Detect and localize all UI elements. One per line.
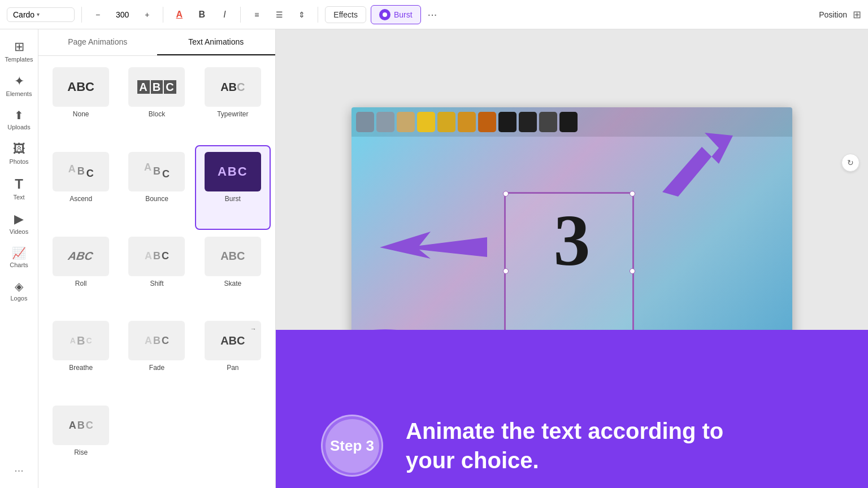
handle-middle-right[interactable] <box>630 268 635 274</box>
film-hole <box>356 342 374 363</box>
handle-top-left[interactable] <box>503 191 509 197</box>
anim-ascend[interactable]: A B C Ascend <box>43 145 119 230</box>
increase-font-size-button[interactable]: + <box>138 6 156 24</box>
timeline-slide-1[interactable]: 3 <box>291 463 331 486</box>
anim-breathe[interactable]: A B C Breathe <box>43 314 119 399</box>
burst-button[interactable]: Burst <box>371 5 421 24</box>
sidebar-item-photos[interactable]: 🖼 Photos <box>2 137 36 169</box>
anim-burst[interactable]: ABC Burst <box>195 145 271 230</box>
text-color-a-icon: A <box>176 10 183 20</box>
block-abc-text: ABC <box>137 81 176 94</box>
charts-icon: 📈 <box>12 246 26 260</box>
none-label: None <box>73 110 89 118</box>
anim-shift[interactable]: A B C Shift <box>119 230 194 315</box>
bold-button[interactable]: B <box>193 6 211 24</box>
divider-4 <box>318 7 318 23</box>
videos-icon: ▶ <box>14 212 24 226</box>
anim-none[interactable]: ABC None <box>43 60 119 145</box>
uploads-icon: ⬆ <box>14 108 24 122</box>
pan-label: Pan <box>227 364 238 372</box>
sidebar-item-templates[interactable]: ⊞ Templates <box>2 35 36 67</box>
roll-label: Roll <box>75 280 87 287</box>
purple-arrow-left-icon <box>374 226 487 271</box>
anim-block-preview: ABC <box>128 67 185 107</box>
templates-label: Templates <box>5 56 33 63</box>
canvas-number[interactable]: 3 <box>518 203 626 277</box>
timeline: ◀ 3 <box>276 460 868 488</box>
anim-rise[interactable]: A B C Rise <box>43 399 119 483</box>
anim-bounce[interactable]: A B C Bounce <box>119 145 194 230</box>
sidebar-item-text[interactable]: T Text <box>2 172 36 205</box>
templates-icon: ⊞ <box>14 40 24 54</box>
anim-skate[interactable]: ABC Skate <box>195 230 271 315</box>
line-spacing-button[interactable]: ⇕ <box>293 6 311 24</box>
sidebar-item-charts[interactable]: 📈 Charts <box>2 242 36 273</box>
handle-top-right[interactable] <box>630 191 635 197</box>
anim-block[interactable]: ABC Block <box>119 60 194 145</box>
handle-bottom-left[interactable] <box>503 346 509 351</box>
tab-text-animations[interactable]: Text Animations <box>157 29 276 55</box>
film-hole <box>539 112 557 132</box>
film-canvas: 3 ⊕ <box>351 107 792 367</box>
move-cursor-icon: ⊕ <box>572 345 579 355</box>
elements-label: Elements <box>6 90 32 97</box>
decrease-font-size-button[interactable]: − <box>89 6 107 24</box>
anim-pan[interactable]: ABC → Pan <box>195 314 271 399</box>
divider-2 <box>163 7 163 23</box>
slide-1-number: 3 <box>308 468 314 480</box>
toolbar: Cardo ▾ − 300 + A B I ≡ ☰ ⇕ Effects Burs… <box>0 0 868 29</box>
position-button[interactable]: Position <box>819 10 847 19</box>
charts-label: Charts <box>10 262 28 268</box>
rise-label: Rise <box>74 448 88 456</box>
burst-label-grid: Burst <box>225 195 241 203</box>
sidebar-item-logos[interactable]: ◈ Logos <box>2 275 36 306</box>
elements-icon: ✦ <box>14 74 24 89</box>
canvas-area: 3 ⊕ ↻ ⌄ ◀ 3 <box>276 29 868 488</box>
breathe-label: Breathe <box>69 364 93 372</box>
text-color-button[interactable]: A <box>170 6 188 24</box>
animations-tabs: Page Animations Text Animations <box>38 29 275 56</box>
divider-3 <box>240 7 241 23</box>
anim-typewriter-preview: ABC <box>205 67 261 107</box>
effects-button[interactable]: Effects <box>325 6 366 23</box>
align-button[interactable]: ≡ <box>248 6 266 24</box>
film-hole <box>458 112 476 132</box>
refresh-button[interactable]: ↻ <box>841 154 860 172</box>
photos-label: Photos <box>9 158 28 165</box>
grid-icon[interactable]: ⊞ <box>853 8 861 21</box>
anim-roll-preview: ABC <box>53 237 109 276</box>
anim-bounce-preview: A B C <box>128 152 185 191</box>
anim-roll[interactable]: ABC Roll <box>43 230 119 315</box>
canvas-wrapper: 3 ⊕ ↻ <box>276 29 868 445</box>
sidebar-item-videos[interactable]: ▶ Videos <box>2 207 36 239</box>
burst-label: Burst <box>394 10 413 19</box>
tab-page-animations[interactable]: Page Animations <box>38 29 157 55</box>
anim-fade-preview: A B C <box>128 321 185 360</box>
anim-typewriter[interactable]: ABC Typewriter <box>195 60 271 145</box>
font-size-value: 300 <box>111 10 133 19</box>
sidebar-more-button[interactable]: ··· <box>8 458 29 482</box>
animations-panel: Page Animations Text Animations ABC None… <box>38 29 276 488</box>
more-options-button[interactable]: ··· <box>428 8 437 21</box>
timeline-slide-2[interactable] <box>335 463 375 486</box>
list-button[interactable]: ☰ <box>270 6 288 24</box>
handle-bottom-right[interactable] <box>630 346 635 351</box>
sidebar-item-elements[interactable]: ✦ Elements <box>2 69 36 102</box>
purple-arrow-top-icon <box>645 130 736 203</box>
text-icon: T <box>15 176 23 192</box>
burst-circle-icon <box>379 9 390 20</box>
italic-button[interactable]: I <box>215 6 233 24</box>
film-hole <box>559 112 578 132</box>
scroll-down-icon[interactable]: ⌄ <box>568 447 576 457</box>
anim-fade[interactable]: A B C Fade <box>119 314 194 399</box>
ascend-label: Ascend <box>70 195 92 203</box>
sidebar-item-uploads[interactable]: ⬆ Uploads <box>2 104 36 135</box>
sidebar: ⊞ Templates ✦ Elements ⬆ Uploads 🖼 Photo… <box>0 29 38 488</box>
timeline-arrow-left[interactable]: ◀ <box>280 470 287 479</box>
main-layout: ⊞ Templates ✦ Elements ⬆ Uploads 🖼 Photo… <box>0 29 868 488</box>
anim-pan-preview: ABC → <box>205 321 261 360</box>
handle-middle-left[interactable] <box>503 268 509 274</box>
logos-icon: ◈ <box>15 280 23 293</box>
font-selector[interactable]: Cardo ▾ <box>7 7 75 22</box>
pan-arrow-icon: → <box>250 325 257 332</box>
